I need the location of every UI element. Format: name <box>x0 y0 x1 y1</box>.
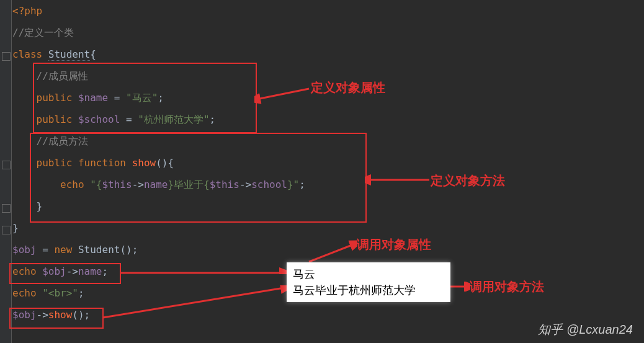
label-callprop: 调用对象属性 <box>357 236 431 253</box>
fold-marker[interactable] <box>2 52 11 61</box>
var-obj: $obj <box>12 244 37 256</box>
fold-marker[interactable] <box>2 226 11 234</box>
output-box: 马云 马云毕业于杭州师范大学 <box>287 262 450 302</box>
kw-echo: echo <box>12 287 42 299</box>
str-school: 杭州师范大学 <box>144 114 203 125</box>
label-callmethod: 调用对象方法 <box>470 278 544 295</box>
str-br: <br> <box>48 287 73 299</box>
kw-new: new <box>54 244 78 256</box>
fold-marker[interactable] <box>2 161 11 169</box>
var-name: $name <box>78 92 108 104</box>
comment-prop: //成员属性 <box>37 70 88 82</box>
output-line1: 马云 <box>293 266 444 282</box>
gutter <box>0 0 12 343</box>
str-mayun: 马云 <box>132 92 152 104</box>
kw-public: public <box>37 114 78 125</box>
var-obj: $obj <box>12 309 37 321</box>
label-defprop: 定义对象属性 <box>311 79 385 96</box>
str-biyeyu: 毕业于 <box>174 179 203 190</box>
kw-class: class <box>12 48 48 60</box>
kw-echo: echo <box>12 265 42 277</box>
fold-marker[interactable] <box>2 204 11 213</box>
var-school: $school <box>78 114 120 125</box>
brace-open: { <box>90 48 96 60</box>
php-open-tag: <?php <box>12 5 42 17</box>
code-editor: <?php //定义一个类 class Student{ //成员属性 publ… <box>0 0 644 343</box>
output-line2: 马云毕业于杭州师范大学 <box>293 282 444 298</box>
field-name: name <box>78 265 102 277</box>
kw-echo: echo <box>60 179 90 190</box>
brace-close: } <box>37 200 43 212</box>
comment-method: //成员方法 <box>37 135 88 147</box>
watermark: 知乎 @Lcxuan24 <box>538 321 633 338</box>
comment-class: //定义一个类 <box>12 27 74 38</box>
class-name: Student <box>48 48 90 61</box>
fn-show: show <box>132 157 156 169</box>
kw-public-function: public function <box>37 157 132 169</box>
fn-show-call: show <box>48 309 73 321</box>
kw-public: public <box>37 92 78 104</box>
brace-close: } <box>12 222 19 234</box>
label-defmethod: 定义对象方法 <box>431 172 505 189</box>
